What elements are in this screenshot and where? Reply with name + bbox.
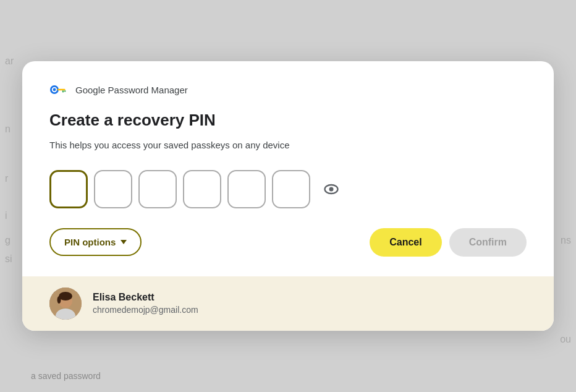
svg-point-6 xyxy=(329,187,334,191)
toggle-visibility-button[interactable] xyxy=(319,177,344,202)
avatar-image xyxy=(49,288,82,320)
dialog-container: Google Password Manager Create a recover… xyxy=(22,61,554,331)
pin-input-row xyxy=(49,170,527,208)
user-info: Elisa Beckett chromedemojp@gmail.com xyxy=(93,292,198,315)
bg-right-text-2: ou xyxy=(560,334,571,345)
pin-options-label: PIN options xyxy=(64,237,116,247)
bg-left-text-6: si xyxy=(5,254,12,265)
svg-point-1 xyxy=(53,88,56,92)
bg-left-text-1: ar xyxy=(5,56,14,67)
svg-rect-4 xyxy=(64,90,66,92)
user-email: chromedemojp@gmail.com xyxy=(93,305,198,315)
bg-left-text-2: n xyxy=(5,124,11,135)
svg-point-11 xyxy=(57,296,61,304)
google-key-icon xyxy=(49,83,69,96)
pin-box-2[interactable] xyxy=(94,170,132,208)
svg-rect-2 xyxy=(57,89,66,90)
pin-box-5[interactable] xyxy=(227,170,266,208)
dialog-actions: PIN options Cancel Confirm xyxy=(49,228,527,257)
pin-box-1[interactable] xyxy=(49,170,88,208)
dialog-footer: Elisa Beckett chromedemojp@gmail.com xyxy=(22,276,554,331)
svg-rect-3 xyxy=(62,90,64,92)
brand-label: Google Password Manager xyxy=(75,85,188,95)
dialog-description: This helps you access your saved passkey… xyxy=(49,138,527,153)
bg-right-text-1: ns xyxy=(561,235,571,246)
dialog-overlay: ar n r i g si ns ou a saved password xyxy=(0,0,576,392)
pin-box-3[interactable] xyxy=(138,170,177,208)
confirm-button[interactable]: Confirm xyxy=(449,228,527,257)
dialog-title: Create a recovery PIN xyxy=(49,111,527,130)
bg-left-text-4: i xyxy=(5,210,7,221)
user-name: Elisa Beckett xyxy=(93,292,198,303)
pin-box-4[interactable] xyxy=(183,170,221,208)
dropdown-arrow-icon xyxy=(121,240,127,244)
action-buttons: Cancel Confirm xyxy=(370,228,527,257)
bg-bottom-text: a saved password xyxy=(31,371,101,381)
dialog-header: Google Password Manager xyxy=(49,83,527,96)
pin-options-button[interactable]: PIN options xyxy=(49,228,142,256)
bg-left-text-3: r xyxy=(5,173,8,184)
dialog-main: Google Password Manager Create a recover… xyxy=(22,61,554,276)
cancel-button[interactable]: Cancel xyxy=(370,228,441,257)
user-avatar xyxy=(49,288,82,320)
bg-left-text-5: g xyxy=(5,235,11,246)
pin-box-6[interactable] xyxy=(272,170,310,208)
